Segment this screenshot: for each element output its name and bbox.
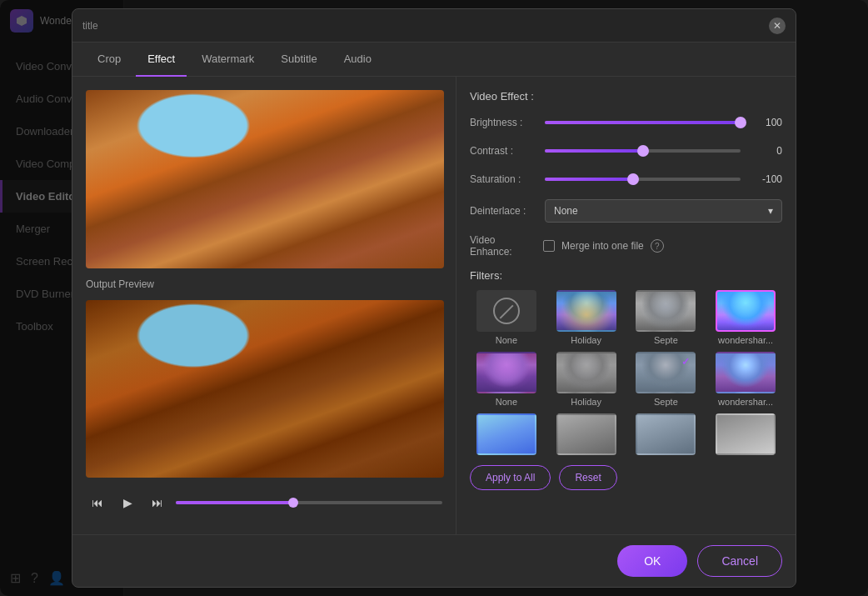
brightness-value: 100 [749,117,782,128]
filter-name-septe-1: Septe [654,335,678,345]
filter-holiday-1[interactable]: Holiday [550,290,623,345]
filter-name-wonder-1: wondershar... [718,335,773,345]
filter-name-septe-2: Septe [654,397,678,407]
app-window: Wondershare Video Converte... Audio Conv… [0,0,868,596]
output-preview-label: Output Preview [86,275,442,293]
contrast-row: Contrast : 0 [470,143,782,159]
progress-thumb[interactable] [288,498,298,508]
filter-thumb-row3-4 [716,413,776,455]
contrast-value: 0 [749,145,782,157]
video-enhance-row: Video Enhance: Merge into one file ? [470,234,782,258]
brightness-slider[interactable] [545,114,741,131]
saturation-track [545,178,741,181]
video-enhance-label: Video Enhance: [470,234,536,258]
contrast-label: Contrast : [470,145,536,157]
apply-to-all-button[interactable]: Apply to All [470,465,551,490]
tab-watermark[interactable]: Watermark [190,43,266,77]
chevron-down-icon: ▾ [768,205,773,217]
brightness-label: Brightness : [470,117,536,128]
filter-thumb-row3-2 [556,413,616,455]
deinterlace-row: Deinterlace : None ▾ [470,199,782,223]
ok-button[interactable]: OK [617,545,687,577]
reset-button[interactable]: Reset [559,465,616,490]
brightness-row: Brightness : 100 [470,114,782,131]
tab-subtitle[interactable]: Subtitle [269,43,328,77]
merge-label: Merge into one file [561,240,644,252]
filter-name-holiday-2: Holiday [571,397,601,407]
filter-name-none-1: None [496,335,517,345]
filter-thumb-holiday-2 [556,352,616,393]
deinterlace-dropdown[interactable]: None ▾ [545,199,782,223]
saturation-row: Saturation : -100 [470,171,782,188]
filter-thumb-septe-1 [636,290,696,332]
input-preview [86,90,444,268]
contrast-slider[interactable] [545,143,741,159]
contrast-thumb[interactable] [637,145,649,157]
filter-name-wonder-2: wondershar... [718,397,773,407]
brightness-thumb[interactable] [735,117,746,128]
preview-panel: Output Preview ⏮ ▶ ⏭ [72,77,456,534]
filter-none-1[interactable]: None [470,290,543,345]
filter-name-holiday-1: Holiday [571,335,601,345]
filter-check-icon: ✓ [681,356,690,368]
filter-holiday-2[interactable]: Holiday [550,352,623,407]
filter-thumb-holiday-1 [556,290,616,332]
main-content: title ✕ Crop Effect Watermark Subtitl [123,0,868,596]
dialog-body: Output Preview ⏮ ▶ ⏭ [72,77,796,534]
canyon-image [86,90,444,268]
none-icon [493,298,520,324]
saturation-slider[interactable] [545,171,741,188]
filter-thumb-wonder-2 [716,352,776,393]
progress-fill [176,501,296,504]
dialog-titlebar: title ✕ [72,9,796,43]
dialog-tabs: Crop Effect Watermark Subtitle Audio [72,43,796,77]
video-controls: ⏮ ▶ ⏭ [86,484,442,521]
tab-effect[interactable]: Effect [136,43,187,77]
brightness-track [545,121,741,124]
filters-grid: None Holiday [470,290,782,455]
cancel-button[interactable]: Cancel [697,545,782,577]
dialog-overlay: title ✕ Crop Effect Watermark Subtitl [0,0,868,596]
filter-row3-3[interactable] [630,413,703,455]
filter-row3-4[interactable] [709,413,782,455]
saturation-thumb[interactable] [627,173,639,185]
dialog-title: title [82,20,98,32]
filter-septe-2[interactable]: ✓ Septe [630,352,703,407]
brightness-fill [545,121,741,124]
contrast-fill [545,149,643,153]
filter-thumb-septe-2: ✓ [636,352,696,393]
progress-bar[interactable] [176,501,442,504]
tab-crop[interactable]: Crop [86,43,132,77]
rewind-button[interactable]: ⏮ [86,491,109,514]
filter-septe-1[interactable]: Septe [630,290,703,345]
fast-forward-button[interactable]: ⏭ [146,491,169,514]
saturation-label: Saturation : [470,173,536,185]
saturation-value: -100 [749,173,782,185]
dialog-footer: OK Cancel [72,534,796,587]
action-buttons: Apply to All Reset [470,465,782,490]
filter-thumb-row3-3 [636,413,696,455]
filter-thumb-none-2 [476,352,536,393]
filter-thumb-row3-1 [476,413,536,455]
help-icon[interactable]: ? [651,239,664,253]
filter-row3-2[interactable] [550,413,623,455]
filter-none-2[interactable]: None [470,352,543,407]
filters-label: Filters: [470,269,782,282]
saturation-fill [545,178,633,181]
tab-audio[interactable]: Audio [332,43,383,77]
filter-row3-1[interactable] [470,413,543,455]
filter-name-none-2: None [496,397,517,407]
play-button[interactable]: ▶ [116,491,139,514]
dialog: title ✕ Crop Effect Watermark Subtitl [72,8,796,588]
filter-thumb-none-1 [476,290,536,332]
contrast-track [545,149,741,153]
deinterlace-label: Deinterlace : [470,205,536,217]
controls-panel: Video Effect : Brightness : 100 [456,77,796,534]
filter-wondershar-1[interactable]: wondershar... [709,290,782,345]
merge-checkbox[interactable] [543,240,555,252]
deinterlace-value: None [554,205,578,217]
output-preview [86,300,444,478]
close-button[interactable]: ✕ [769,18,786,34]
video-effect-label: Video Effect : [470,90,782,103]
filter-wondershar-2[interactable]: wondershar... [709,352,782,407]
